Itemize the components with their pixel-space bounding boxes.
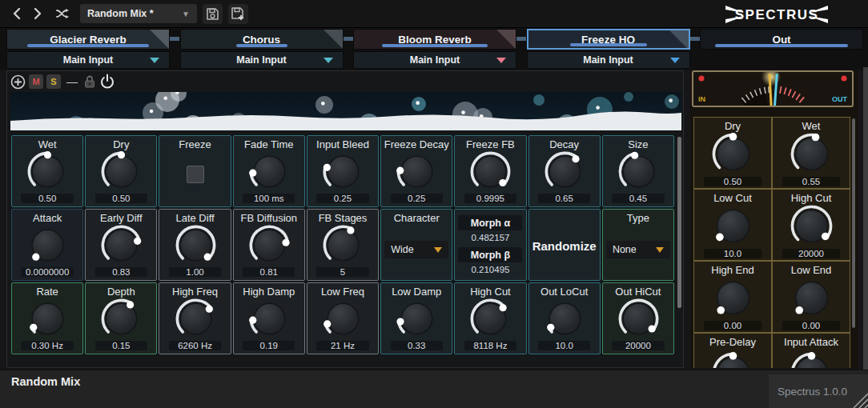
tab-connector bbox=[344, 37, 353, 41]
randomize-button[interactable]: Randomize bbox=[532, 239, 597, 253]
param-value[interactable]: 8118 Hz bbox=[464, 341, 516, 350]
param-value[interactable]: 5 bbox=[316, 267, 368, 277]
input-selector-glacier-reverb[interactable]: Main Input bbox=[6, 51, 170, 69]
param-value[interactable]: 0.25 bbox=[391, 194, 443, 203]
tab-glacier-reverb[interactable]: Glacier Reverb bbox=[6, 29, 170, 50]
pre-delay-knob[interactable] bbox=[711, 351, 754, 368]
param-value[interactable]: 0.00 bbox=[704, 321, 761, 330]
high-damp-knob[interactable] bbox=[248, 298, 290, 341]
out-hicut-knob[interactable] bbox=[617, 298, 659, 341]
fb-stages-knob[interactable] bbox=[322, 224, 364, 267]
low-end-knob[interactable] bbox=[790, 276, 833, 321]
param-value[interactable]: 0.00 bbox=[782, 321, 839, 330]
tab-out[interactable]: Out bbox=[700, 29, 863, 50]
tab-column-freeze-hq: Freeze HQMain Input bbox=[527, 29, 690, 70]
low-freq-knob[interactable] bbox=[322, 298, 364, 341]
morph-alpha-value[interactable]: 0.482157 bbox=[471, 230, 509, 244]
out-locut-knob[interactable] bbox=[544, 298, 585, 341]
param-label: Low Damp bbox=[392, 286, 441, 298]
freeze-checkbox[interactable] bbox=[187, 166, 204, 183]
tab-freeze-hq[interactable]: Freeze HQ bbox=[527, 29, 690, 50]
param-value[interactable]: 0.55 bbox=[782, 177, 839, 186]
param-label: Input Attack bbox=[784, 336, 838, 351]
input-attack-knob[interactable] bbox=[790, 351, 833, 368]
depth-knob[interactable] bbox=[100, 298, 142, 341]
param-value[interactable]: 0.25 bbox=[316, 194, 368, 203]
tab-bloom-reverb[interactable]: Bloom Reverb bbox=[353, 29, 516, 50]
decay-knob[interactable] bbox=[544, 150, 585, 194]
dry-knob[interactable] bbox=[711, 132, 754, 177]
param-value[interactable]: 10.0 bbox=[538, 341, 590, 350]
tab-chorus[interactable]: Chorus bbox=[180, 29, 344, 50]
mute-button[interactable]: M bbox=[29, 74, 43, 89]
input-selector-bloom-reverb[interactable]: Main Input bbox=[353, 51, 516, 69]
param-value[interactable]: 0.65 bbox=[538, 194, 590, 203]
high-cut-knob[interactable] bbox=[469, 298, 511, 341]
tab-column-glacier-reverb: Glacier ReverbMain Input bbox=[6, 29, 170, 70]
param-value[interactable]: 100 ms bbox=[243, 194, 295, 203]
high-cut-knob[interactable] bbox=[790, 204, 833, 249]
add-module-icon[interactable] bbox=[10, 74, 26, 90]
param-value[interactable]: 0.15 bbox=[95, 341, 147, 350]
main-scrollbar[interactable] bbox=[677, 137, 681, 308]
power-icon[interactable] bbox=[99, 74, 115, 90]
high-freq-knob[interactable] bbox=[175, 298, 216, 341]
resize-grip-icon[interactable] bbox=[850, 390, 868, 408]
param-value[interactable]: 0.33 bbox=[391, 341, 443, 350]
param-label: High Cut bbox=[791, 192, 832, 204]
input-bleed-knob[interactable] bbox=[322, 150, 364, 194]
late-diff-knob[interactable] bbox=[175, 224, 216, 267]
param-value[interactable]: 0.19 bbox=[243, 341, 295, 350]
param-value[interactable]: 0.30 Hz bbox=[21, 341, 73, 350]
solo-button[interactable]: S bbox=[46, 74, 61, 89]
mute-label: M bbox=[32, 77, 39, 86]
attack-knob[interactable] bbox=[26, 224, 68, 267]
preset-select[interactable]: Random Mix * ▼ bbox=[80, 4, 197, 23]
param-value[interactable]: 0.81 bbox=[243, 267, 295, 277]
random-preset-button[interactable] bbox=[53, 4, 74, 23]
output-cell-high-cut: High Cut20000 bbox=[772, 189, 850, 261]
param-value[interactable]: 0.50 bbox=[704, 177, 761, 186]
input-selector-label: Main Input bbox=[410, 54, 460, 66]
param-value[interactable]: 0.50 bbox=[95, 194, 147, 203]
param-value[interactable]: 0.9995 bbox=[464, 194, 516, 203]
output-scrollbar[interactable] bbox=[852, 118, 855, 328]
lock-icon[interactable] bbox=[83, 74, 96, 89]
fade-time-knob[interactable] bbox=[248, 150, 290, 194]
window-edge bbox=[863, 67, 868, 370]
wet-knob[interactable] bbox=[26, 150, 68, 194]
param-value[interactable]: 20000 bbox=[782, 249, 839, 258]
param-value[interactable]: 0.83 bbox=[95, 267, 147, 277]
early-diff-knob[interactable] bbox=[100, 224, 142, 267]
type-select[interactable]: None bbox=[606, 241, 670, 258]
freeze-decay-knob[interactable] bbox=[396, 150, 437, 194]
param-value[interactable]: 21 Hz bbox=[316, 341, 368, 350]
next-preset-button[interactable] bbox=[27, 4, 48, 23]
param-cell-size: Size0.45 bbox=[602, 135, 674, 207]
dry-knob[interactable] bbox=[100, 150, 142, 194]
low-cut-knob[interactable] bbox=[711, 204, 754, 249]
wet-knob[interactable] bbox=[790, 132, 833, 177]
save-preset-button[interactable] bbox=[203, 4, 223, 24]
param-value[interactable]: 20000 bbox=[612, 341, 664, 350]
param-label: High Cut bbox=[470, 286, 511, 298]
high-end-knob[interactable] bbox=[711, 276, 754, 321]
input-selector-freeze-hq[interactable]: Main Input bbox=[527, 51, 690, 69]
param-value[interactable]: 10.0 bbox=[704, 249, 761, 258]
morph-beta-value[interactable]: 0.210495 bbox=[471, 262, 509, 276]
freeze-fb-knob[interactable] bbox=[469, 150, 511, 194]
fb-diffusion-knob[interactable] bbox=[248, 224, 290, 267]
input-selector-chorus[interactable]: Main Input bbox=[180, 51, 344, 69]
low-damp-knob[interactable] bbox=[396, 298, 437, 341]
param-value[interactable]: 0.0000000 bbox=[21, 267, 73, 277]
param-cell-fb-stages: FB Stages5 bbox=[307, 209, 379, 281]
save-as-preset-button[interactable] bbox=[228, 4, 248, 24]
param-value[interactable]: 0.45 bbox=[612, 194, 664, 203]
param-value[interactable]: 6260 Hz bbox=[169, 341, 221, 350]
param-value[interactable]: 0.50 bbox=[21, 194, 73, 203]
size-knob[interactable] bbox=[617, 150, 659, 194]
prev-preset-button[interactable] bbox=[6, 4, 27, 23]
rate-knob[interactable] bbox=[26, 298, 68, 341]
character-select[interactable]: Wide bbox=[384, 241, 448, 258]
param-value[interactable]: 1.00 bbox=[169, 267, 221, 277]
